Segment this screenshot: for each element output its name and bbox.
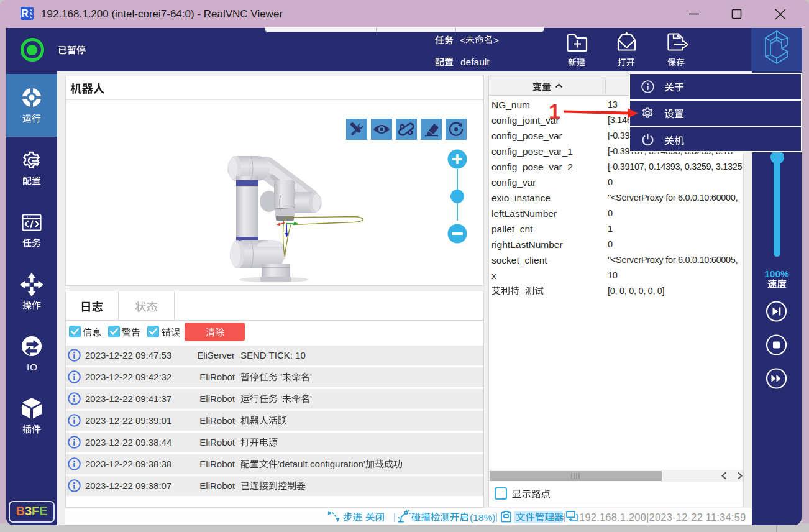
svg-text:R: R [21, 8, 29, 19]
svg-text:C: C [30, 15, 32, 19]
